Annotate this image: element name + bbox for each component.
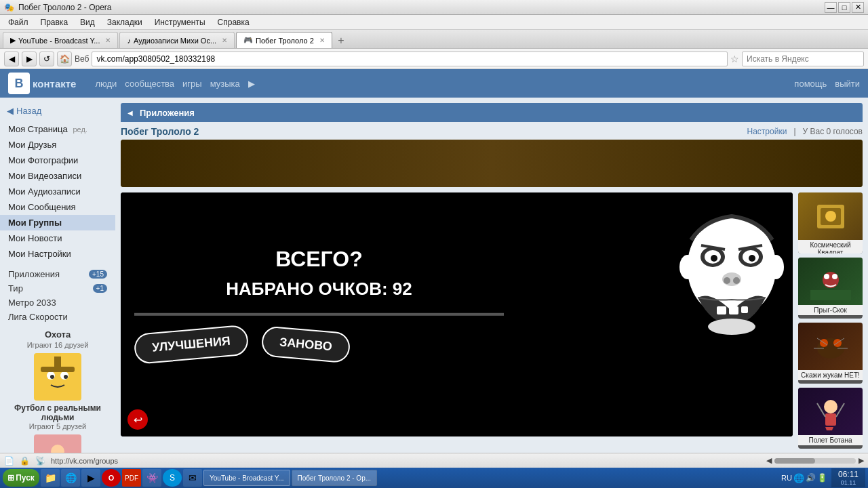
- tab-game-label: Побег Трололо 2: [256, 37, 314, 45]
- sidebar-app-metro[interactable]: Метро 2033: [0, 296, 115, 310]
- sidebar-item-groups[interactable]: Мои Группы: [0, 215, 115, 230]
- game-thumb-jump[interactable]: Прыг-Скок: [798, 258, 863, 319]
- game-thumb-flight[interactable]: Полет Ботана: [798, 388, 863, 449]
- menu-view[interactable]: Вид: [75, 16, 100, 28]
- menu-tools[interactable]: Инструменты: [149, 16, 211, 28]
- taskbar-clock[interactable]: 06:11 01.11: [831, 468, 865, 487]
- tab-audio-label: Аудиозаписи Михи Ос...: [134, 37, 216, 45]
- svg-rect-44: [825, 413, 836, 426]
- tab-audio-close[interactable]: ✕: [222, 37, 227, 44]
- flight-label: Полет Ботана: [798, 435, 863, 445]
- vk-nav-help[interactable]: помощь: [794, 79, 827, 89]
- vk-nav-more[interactable]: ▶: [248, 79, 255, 89]
- reload-button[interactable]: ↺: [39, 52, 54, 66]
- tab-game-close[interactable]: ✕: [319, 37, 325, 44]
- taskbar-game-icon[interactable]: 👾: [142, 469, 161, 487]
- new-tab-button[interactable]: +: [334, 33, 349, 48]
- tab-game-icon: 🎮: [243, 36, 253, 45]
- search-input[interactable]: [742, 52, 864, 66]
- bookmark-star[interactable]: ☆: [730, 54, 739, 64]
- edit-label: ред.: [73, 125, 87, 134]
- svg-point-31: [825, 211, 836, 222]
- svg-point-22: [733, 277, 740, 284]
- ad-banner[interactable]: 🚀 TANKI ONLINE ИГРАТЬ ОНЛАЙН: [121, 140, 863, 187]
- vk-nav-people[interactable]: люди: [95, 79, 117, 89]
- start-button[interactable]: ⊞ Пуск: [3, 469, 39, 487]
- improve-button[interactable]: УЛУЧШЕНИЯ: [133, 325, 249, 365]
- menu-bookmarks[interactable]: Закладки: [102, 16, 148, 28]
- zoom-slider[interactable]: [774, 458, 856, 464]
- tab-game[interactable]: 🎮 Побег Трололо 2 ✕: [236, 32, 332, 48]
- svg-point-3: [50, 375, 54, 379]
- again-button[interactable]: ЗАНОВО: [260, 325, 351, 363]
- close-button[interactable]: ✕: [852, 2, 864, 13]
- svg-point-27: [679, 255, 696, 279]
- taskbar-lang[interactable]: RU: [781, 474, 792, 482]
- minimize-button[interactable]: —: [825, 2, 837, 13]
- menu-help[interactable]: Справка: [212, 16, 255, 28]
- tab-youtube-icon: ▶: [10, 36, 16, 45]
- game-thumb-bugs[interactable]: Скажи жукам НЕТ!: [798, 323, 863, 384]
- status-lock-icon: 🔒: [20, 456, 30, 466]
- taskbar-network-icon[interactable]: 🌐: [793, 473, 804, 483]
- taskbar-skype[interactable]: S: [163, 469, 182, 487]
- settings-link[interactable]: Настройки: [747, 127, 787, 136]
- sidebar-back[interactable]: ◀ Назад: [0, 103, 115, 119]
- taskbar-app-youtube[interactable]: YouTube - Broadcast Y...: [203, 470, 290, 486]
- window-title: 🎭 Побег Трололо 2 - Opera: [4, 3, 112, 12]
- taskbar-file-manager[interactable]: 📁: [41, 469, 60, 487]
- svg-point-35: [832, 274, 837, 279]
- taskbar-app-opera[interactable]: Побег Трололо 2 - Op...: [292, 470, 378, 486]
- taskbar-media[interactable]: ▶: [81, 469, 100, 487]
- menu-edit[interactable]: Правка: [35, 16, 74, 28]
- vk-logo-letter: В: [8, 73, 30, 94]
- sidebar-item-settings[interactable]: Мои Настройки: [0, 246, 115, 262]
- game-back-icon[interactable]: ↩: [127, 409, 148, 430]
- taskbar-pdf[interactable]: PDF: [122, 469, 141, 487]
- sidebar-apps-header[interactable]: Приложения +15: [0, 267, 115, 281]
- svg-point-43: [824, 400, 837, 413]
- forward-button[interactable]: ▶: [22, 52, 37, 66]
- vk-nav-games[interactable]: игры: [182, 79, 202, 89]
- football-subtitle: Играют 5 друзей: [5, 422, 110, 430]
- votes-count: У Вас 0 голосов: [803, 127, 863, 136]
- tab-youtube[interactable]: ▶ YouTube - Broadcast Y... ✕: [3, 32, 118, 48]
- window-controls[interactable]: — □ ✕: [825, 2, 864, 13]
- taskbar-mail[interactable]: ✉: [183, 469, 202, 487]
- sidebar-app-tir[interactable]: Тир +1: [0, 281, 115, 296]
- game-thumb-cosmic[interactable]: Космический Квадрат: [798, 192, 863, 253]
- taskbar-sound-icon[interactable]: 🔊: [806, 473, 816, 483]
- sidebar-item-mypage[interactable]: Моя Страница ред.: [0, 121, 115, 137]
- troll-face: [677, 206, 786, 342]
- sidebar-item-friends[interactable]: Мои Друзья: [0, 137, 115, 152]
- vk-logo-text: контакте: [33, 78, 76, 89]
- menu-file[interactable]: Файл: [3, 16, 34, 28]
- home-button[interactable]: 🏠: [57, 52, 72, 66]
- vk-sidebar: ◀ Назад Моя Страница ред. Мои Друзья Мои…: [0, 98, 115, 468]
- taskbar-right: RU 🌐 🔊 🔋: [778, 473, 830, 483]
- sidebar-item-audio[interactable]: Мои Аудиозаписи: [0, 184, 115, 199]
- tab-youtube-close[interactable]: ✕: [105, 37, 111, 44]
- back-button[interactable]: ◀: [4, 52, 19, 66]
- address-bar: ◀ ▶ ↺ 🏠 Веб ☆: [0, 49, 868, 69]
- game-buttons: УЛУЧШЕНИЯ ЗАНОВО: [134, 329, 504, 360]
- vk-nav-communities[interactable]: сообщества: [125, 79, 174, 89]
- taskbar-opera[interactable]: O: [102, 469, 121, 487]
- tab-audio[interactable]: ♪ Аудиозаписи Михи Ос... ✕: [119, 32, 235, 48]
- address-input[interactable]: [92, 52, 728, 66]
- maximize-button[interactable]: □: [838, 2, 850, 13]
- vk-header-right: помощь выйти: [794, 79, 860, 89]
- vk-header: В контакте люди сообщества игры музыка ▶…: [0, 69, 868, 98]
- vk-nav-music[interactable]: музыка: [210, 79, 240, 89]
- taskbar-browser[interactable]: 🌐: [61, 469, 80, 487]
- sidebar-item-news[interactable]: Мои Новости: [0, 230, 115, 246]
- browser-content: В контакте люди сообщества игры музыка ▶…: [0, 69, 868, 468]
- vk-nav-logout[interactable]: выйти: [835, 79, 860, 89]
- sidebar-item-photos[interactable]: Мои Фотографии: [0, 152, 115, 168]
- hunt-image[interactable]: [34, 353, 81, 401]
- windows-icon: ⊞: [7, 473, 14, 483]
- sidebar-item-videos[interactable]: Мои Видеозаписи: [0, 168, 115, 184]
- sidebar-item-messages[interactable]: Мои Сообщения: [0, 199, 115, 215]
- sidebar-app-liga[interactable]: Лига Скорости: [0, 310, 115, 324]
- vk-page: В контакте люди сообщества игры музыка ▶…: [0, 69, 868, 468]
